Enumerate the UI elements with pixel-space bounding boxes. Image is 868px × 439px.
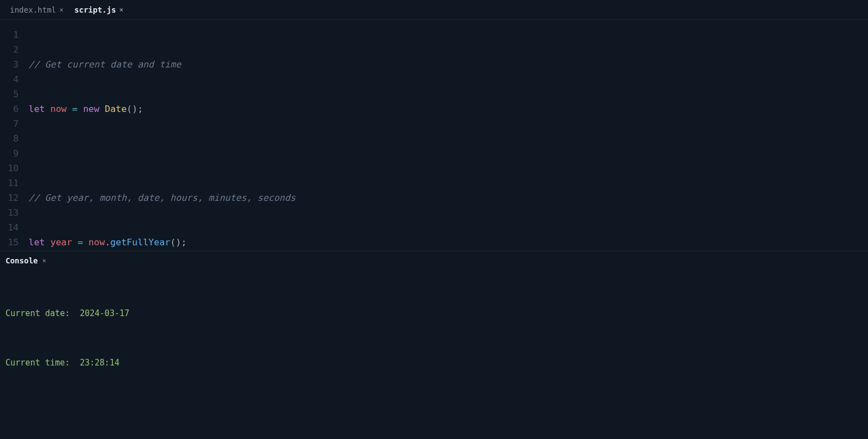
- line-gutter: 1 2 3 4 5 6 7 8 9 10 11 12 13 14 15 16 1…: [0, 27, 29, 251]
- line-number: 4: [0, 72, 19, 87]
- line-number: 7: [0, 116, 19, 131]
- console-header: Console ×: [0, 251, 868, 270]
- line-number: 9: [0, 146, 19, 161]
- tab-label: index.html: [10, 5, 56, 14]
- console-output: Current date: 2024-03-17 Current time: 2…: [0, 270, 868, 406]
- line-number: 15: [0, 235, 19, 250]
- code-line: // Get year, month, date, hours, minutes…: [29, 190, 868, 205]
- line-number: 5: [0, 87, 19, 102]
- line-number: 3: [0, 57, 19, 72]
- close-icon[interactable]: ×: [59, 6, 63, 14]
- line-number: 1: [0, 27, 19, 42]
- code-editor[interactable]: 1 2 3 4 5 6 7 8 9 10 11 12 13 14 15 16 1…: [0, 20, 868, 251]
- console-line: Current date: 2024-03-17: [5, 305, 863, 322]
- line-number: 6: [0, 102, 19, 116]
- code-line: [29, 146, 868, 161]
- code-line: let now = new Date();: [29, 102, 868, 116]
- tab-index-html[interactable]: index.html ×: [4, 0, 69, 20]
- line-number: 12: [0, 190, 19, 205]
- close-icon[interactable]: ×: [42, 257, 46, 264]
- code-line: // Get current date and time: [29, 57, 868, 72]
- tab-bar: index.html × script.js ×: [0, 0, 868, 20]
- line-number: 2: [0, 42, 19, 57]
- close-icon[interactable]: ×: [119, 6, 123, 14]
- tab-label: script.js: [75, 5, 116, 14]
- code-line: let year = now.getFullYear();: [29, 235, 868, 250]
- line-number: 14: [0, 220, 19, 235]
- line-number: 13: [0, 205, 19, 220]
- line-number: 11: [0, 176, 19, 190]
- tab-script-js[interactable]: script.js ×: [69, 0, 129, 20]
- console-panel: Console × Current date: 2024-03-17 Curre…: [0, 251, 868, 439]
- console-title: Console: [5, 256, 38, 265]
- line-number: 10: [0, 161, 19, 176]
- line-number: 8: [0, 131, 19, 146]
- code-content[interactable]: // Get current date and time let now = n…: [29, 27, 868, 251]
- console-line: Current time: 23:28:14: [5, 354, 863, 371]
